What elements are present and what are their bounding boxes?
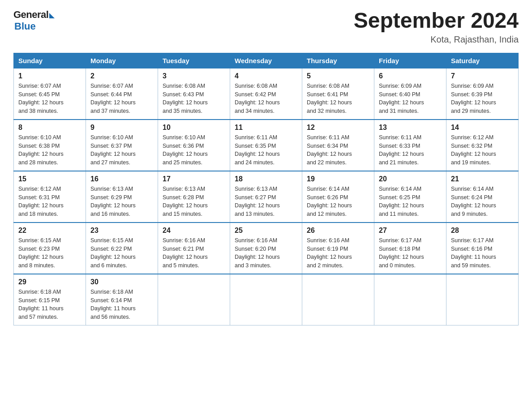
day-number: 29	[18, 278, 81, 286]
day-number: 17	[163, 175, 225, 183]
day-cell	[158, 274, 230, 325]
day-number: 24	[163, 227, 225, 235]
day-number: 16	[90, 175, 153, 183]
header-cell-saturday: Saturday	[446, 53, 519, 68]
day-cell: 13Sunrise: 6:11 AM Sunset: 6:33 PM Dayli…	[374, 120, 446, 171]
day-cell: 29Sunrise: 6:18 AM Sunset: 6:15 PM Dayli…	[14, 274, 86, 325]
day-number: 11	[235, 124, 297, 132]
header-cell-thursday: Thursday	[302, 53, 374, 68]
day-number: 19	[307, 175, 369, 183]
day-number: 12	[307, 124, 369, 132]
day-cell	[374, 274, 446, 325]
week-row-2: 8Sunrise: 6:10 AM Sunset: 6:38 PM Daylig…	[14, 120, 519, 171]
day-info: Sunrise: 6:16 AM Sunset: 6:20 PM Dayligh…	[235, 236, 297, 270]
day-cell: 20Sunrise: 6:14 AM Sunset: 6:25 PM Dayli…	[374, 171, 446, 223]
day-number: 4	[235, 72, 297, 80]
day-info: Sunrise: 6:15 AM Sunset: 6:23 PM Dayligh…	[18, 236, 81, 270]
day-info: Sunrise: 6:13 AM Sunset: 6:27 PM Dayligh…	[235, 185, 297, 218]
day-info: Sunrise: 6:18 AM Sunset: 6:15 PM Dayligh…	[18, 288, 81, 321]
day-number: 18	[235, 175, 297, 183]
day-number: 27	[379, 227, 442, 235]
day-cell	[446, 274, 519, 325]
day-cell: 28Sunrise: 6:17 AM Sunset: 6:16 PM Dayli…	[446, 223, 519, 274]
day-cell: 4Sunrise: 6:08 AM Sunset: 6:42 PM Daylig…	[230, 68, 302, 120]
day-number: 20	[379, 175, 442, 183]
header-cell-friday: Friday	[374, 53, 446, 68]
header-cell-sunday: Sunday	[14, 53, 86, 68]
day-info: Sunrise: 6:08 AM Sunset: 6:41 PM Dayligh…	[307, 82, 369, 116]
day-cell: 16Sunrise: 6:13 AM Sunset: 6:29 PM Dayli…	[86, 171, 158, 223]
day-cell: 8Sunrise: 6:10 AM Sunset: 6:38 PM Daylig…	[14, 120, 86, 171]
day-cell	[302, 274, 374, 325]
day-number: 9	[90, 124, 153, 132]
day-cell: 5Sunrise: 6:08 AM Sunset: 6:41 PM Daylig…	[302, 68, 374, 120]
day-cell: 15Sunrise: 6:12 AM Sunset: 6:31 PM Dayli…	[14, 171, 86, 223]
day-info: Sunrise: 6:08 AM Sunset: 6:43 PM Dayligh…	[163, 82, 225, 116]
day-info: Sunrise: 6:14 AM Sunset: 6:25 PM Dayligh…	[379, 185, 442, 218]
day-cell: 11Sunrise: 6:11 AM Sunset: 6:35 PM Dayli…	[230, 120, 302, 171]
day-info: Sunrise: 6:12 AM Sunset: 6:32 PM Dayligh…	[451, 133, 514, 167]
day-info: Sunrise: 6:16 AM Sunset: 6:19 PM Dayligh…	[307, 236, 369, 270]
day-info: Sunrise: 6:14 AM Sunset: 6:26 PM Dayligh…	[307, 185, 369, 218]
day-cell	[230, 274, 302, 325]
day-cell: 25Sunrise: 6:16 AM Sunset: 6:20 PM Dayli…	[230, 223, 302, 274]
day-cell: 27Sunrise: 6:17 AM Sunset: 6:18 PM Dayli…	[374, 223, 446, 274]
day-number: 2	[90, 72, 153, 80]
day-number: 13	[379, 124, 442, 132]
day-number: 7	[451, 72, 514, 80]
day-number: 10	[163, 124, 225, 132]
day-info: Sunrise: 6:16 AM Sunset: 6:21 PM Dayligh…	[163, 236, 225, 270]
page-header: General Blue September 2024 Kota, Rajast…	[13, 9, 519, 45]
day-info: Sunrise: 6:18 AM Sunset: 6:14 PM Dayligh…	[90, 288, 153, 321]
header-row: SundayMondayTuesdayWednesdayThursdayFrid…	[14, 53, 519, 68]
day-cell: 18Sunrise: 6:13 AM Sunset: 6:27 PM Dayli…	[230, 171, 302, 223]
day-number: 14	[451, 124, 514, 132]
header-cell-tuesday: Tuesday	[158, 53, 230, 68]
day-number: 26	[307, 227, 369, 235]
day-number: 25	[235, 227, 297, 235]
day-cell: 10Sunrise: 6:10 AM Sunset: 6:36 PM Dayli…	[158, 120, 230, 171]
day-cell: 3Sunrise: 6:08 AM Sunset: 6:43 PM Daylig…	[158, 68, 230, 120]
day-number: 30	[90, 278, 153, 286]
day-cell: 9Sunrise: 6:10 AM Sunset: 6:37 PM Daylig…	[86, 120, 158, 171]
header-cell-wednesday: Wednesday	[230, 53, 302, 68]
logo: General Blue	[13, 9, 55, 32]
day-cell: 17Sunrise: 6:13 AM Sunset: 6:28 PM Dayli…	[158, 171, 230, 223]
day-cell: 1Sunrise: 6:07 AM Sunset: 6:45 PM Daylig…	[14, 68, 86, 120]
day-info: Sunrise: 6:09 AM Sunset: 6:39 PM Dayligh…	[451, 82, 514, 116]
day-info: Sunrise: 6:13 AM Sunset: 6:28 PM Dayligh…	[163, 185, 225, 218]
day-number: 3	[163, 72, 225, 80]
logo-general-text: General	[13, 9, 48, 21]
day-cell: 22Sunrise: 6:15 AM Sunset: 6:23 PM Dayli…	[14, 223, 86, 274]
day-info: Sunrise: 6:11 AM Sunset: 6:35 PM Dayligh…	[235, 133, 297, 167]
day-info: Sunrise: 6:09 AM Sunset: 6:40 PM Dayligh…	[379, 82, 442, 116]
day-cell: 6Sunrise: 6:09 AM Sunset: 6:40 PM Daylig…	[374, 68, 446, 120]
day-info: Sunrise: 6:17 AM Sunset: 6:16 PM Dayligh…	[451, 236, 514, 270]
day-number: 21	[451, 175, 514, 183]
day-cell: 23Sunrise: 6:15 AM Sunset: 6:22 PM Dayli…	[86, 223, 158, 274]
day-cell: 2Sunrise: 6:07 AM Sunset: 6:44 PM Daylig…	[86, 68, 158, 120]
day-number: 8	[18, 124, 81, 132]
logo-triangle-icon	[49, 13, 55, 18]
day-number: 23	[90, 227, 153, 235]
day-info: Sunrise: 6:14 AM Sunset: 6:24 PM Dayligh…	[451, 185, 514, 218]
calendar-header: SundayMondayTuesdayWednesdayThursdayFrid…	[14, 53, 519, 68]
day-info: Sunrise: 6:08 AM Sunset: 6:42 PM Dayligh…	[235, 82, 297, 116]
day-cell: 12Sunrise: 6:11 AM Sunset: 6:34 PM Dayli…	[302, 120, 374, 171]
main-title: September 2024	[354, 9, 519, 33]
day-info: Sunrise: 6:11 AM Sunset: 6:33 PM Dayligh…	[379, 133, 442, 167]
week-row-4: 22Sunrise: 6:15 AM Sunset: 6:23 PM Dayli…	[14, 223, 519, 274]
day-cell: 7Sunrise: 6:09 AM Sunset: 6:39 PM Daylig…	[446, 68, 519, 120]
day-info: Sunrise: 6:17 AM Sunset: 6:18 PM Dayligh…	[379, 236, 442, 270]
day-info: Sunrise: 6:07 AM Sunset: 6:44 PM Dayligh…	[90, 82, 153, 116]
day-number: 15	[18, 175, 81, 183]
day-info: Sunrise: 6:13 AM Sunset: 6:29 PM Dayligh…	[90, 185, 153, 218]
title-block: September 2024 Kota, Rajasthan, India	[354, 9, 519, 45]
day-info: Sunrise: 6:07 AM Sunset: 6:45 PM Dayligh…	[18, 82, 81, 116]
logo-blue-text: Blue	[14, 21, 36, 32]
day-info: Sunrise: 6:15 AM Sunset: 6:22 PM Dayligh…	[90, 236, 153, 270]
day-info: Sunrise: 6:10 AM Sunset: 6:36 PM Dayligh…	[163, 133, 225, 167]
day-number: 6	[379, 72, 442, 80]
header-cell-monday: Monday	[86, 53, 158, 68]
week-row-5: 29Sunrise: 6:18 AM Sunset: 6:15 PM Dayli…	[14, 274, 519, 325]
